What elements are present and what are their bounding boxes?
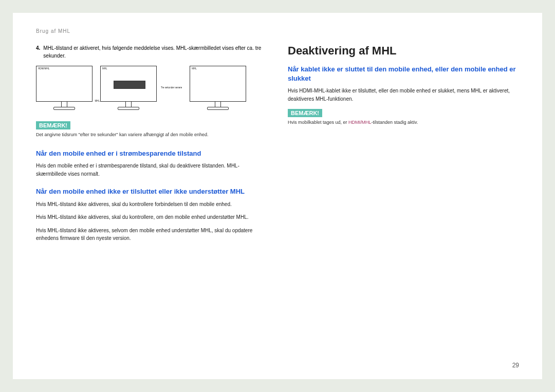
stand-base-icon bbox=[53, 107, 75, 110]
stand-base-icon bbox=[207, 107, 229, 110]
note-text: Det angivne tidsrum "efter tre sekunder"… bbox=[36, 132, 267, 139]
page-number: 29 bbox=[512, 362, 519, 369]
subheading-cable-off: Når kablet ikke er sluttet til den mobil… bbox=[288, 65, 519, 83]
mhl-overlay-icon bbox=[114, 81, 145, 89]
subheading-not-connected: Når den mobile enhed ikke er tilsluttet … bbox=[36, 187, 267, 196]
monitor-1-screen: HDMI/MHL MHL bbox=[36, 66, 92, 102]
monitor-1: HDMI/MHL MHL bbox=[36, 66, 92, 110]
stand-neck-icon bbox=[215, 102, 221, 107]
monitor-2-port-label: MHL bbox=[102, 67, 107, 70]
note-pre: Hvis mobilkablet tages ud, er bbox=[288, 120, 348, 125]
paragraph: Hvis HDMI-MHL-kablet ikke er tilsluttet,… bbox=[288, 87, 519, 103]
note-block-right: BEMÆRK! Hvis mobilkablet tages ud, er HD… bbox=[288, 108, 519, 126]
monitor-2-screen: MHL bbox=[100, 66, 157, 102]
note-badge: BEMÆRK! bbox=[288, 109, 322, 117]
monitor-1-port-label: HDMI/MHL bbox=[38, 67, 49, 70]
paragraph: Hvis MHL-tilstand ikke aktiveres, skal d… bbox=[36, 213, 267, 221]
note-text: Hvis mobilkablet tages ud, er HDMI/MHL-t… bbox=[288, 119, 519, 126]
paragraph: Hvis den mobile enhed er i strømbesparen… bbox=[36, 162, 267, 178]
stand-neck-icon bbox=[61, 102, 67, 107]
monitor-1-mhl-label: MHL bbox=[95, 100, 100, 102]
right-column: Deaktivering af MHL Når kablet ikke er s… bbox=[288, 44, 519, 248]
timer-label: Tre sekunder senere bbox=[161, 86, 182, 89]
stand-neck-icon bbox=[125, 102, 132, 107]
monitor-3-screen: MHL bbox=[190, 66, 246, 102]
note-post: -tilstanden stadig aktiv. bbox=[372, 120, 418, 125]
monitor-illustration: HDMI/MHL MHL MHL bbox=[36, 66, 267, 110]
monitor-2: MHL bbox=[100, 66, 157, 110]
page-canvas: Brug af MHL 4. MHL-tilstand er aktiveret… bbox=[0, 0, 555, 392]
note-badge: BEMÆRK! bbox=[36, 121, 70, 129]
two-column-layout: 4. MHL-tilstand er aktiveret, hvis følge… bbox=[36, 44, 519, 248]
page: Brug af MHL 4. MHL-tilstand er aktiveret… bbox=[13, 13, 542, 379]
monitor-1-group: HDMI/MHL MHL bbox=[36, 66, 92, 110]
note-highlight: HDMI/MHL bbox=[348, 120, 372, 125]
step-4: 4. MHL-tilstand er aktiveret, hvis følge… bbox=[36, 44, 267, 60]
page-header: Brug af MHL bbox=[36, 28, 519, 34]
stand-base-icon bbox=[118, 107, 139, 110]
paragraph: Hvis MHL-tilstand ikke aktiveres, skal d… bbox=[36, 200, 267, 209]
monitor-3: MHL bbox=[190, 66, 246, 110]
monitor-3-group: MHL bbox=[190, 66, 246, 110]
page-title: Deaktivering af MHL bbox=[288, 44, 519, 58]
step-text: MHL-tilstand er aktiveret, hvis følgende… bbox=[43, 44, 267, 60]
subheading-power-save: Når den mobile enhed er i strømbesparend… bbox=[36, 149, 267, 158]
step-number: 4. bbox=[36, 44, 40, 60]
left-column: 4. MHL-tilstand er aktiveret, hvis følge… bbox=[36, 44, 267, 248]
paragraph: Hvis MHL-tilstand ikke aktiveres, selvom… bbox=[36, 227, 267, 242]
note-block-left: BEMÆRK! Det angivne tidsrum "efter tre s… bbox=[36, 120, 267, 139]
monitor-2-group: MHL Tre sekunder senere bbox=[100, 66, 182, 110]
monitor-3-port-label: MHL bbox=[192, 67, 197, 70]
